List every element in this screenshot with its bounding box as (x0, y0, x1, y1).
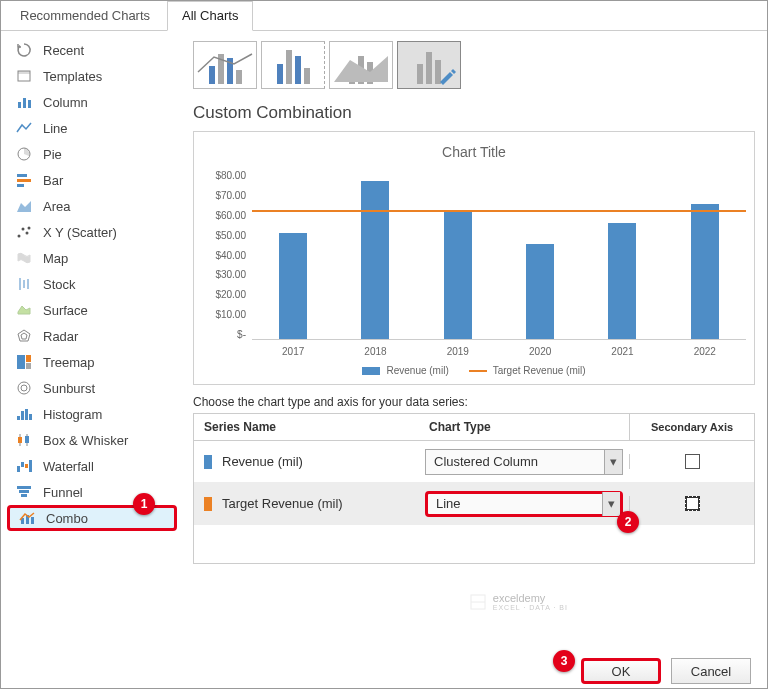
svg-rect-36 (17, 486, 31, 489)
preview-legend: Revenue (mil) Target Revenue (mil) (202, 365, 746, 376)
sidebar-item-templates[interactable]: Templates (1, 63, 183, 89)
tab-all-charts[interactable]: All Charts (167, 1, 253, 31)
svg-point-13 (28, 227, 31, 230)
sidebar-item-label: Stock (43, 277, 76, 292)
sidebar-item-label: Surface (43, 303, 88, 318)
surface-icon (15, 301, 33, 319)
combo-subtype-row (193, 41, 763, 89)
sidebar-item-bar[interactable]: Bar (1, 167, 183, 193)
sidebar-item-surface[interactable]: Surface (1, 297, 183, 323)
recent-icon (15, 41, 33, 59)
sidebar-item-label: Area (43, 199, 70, 214)
chart-preview: Chart Title $80.00$70.00$60.00$50.00$40.… (193, 131, 755, 385)
watermark-icon (469, 593, 487, 611)
tab-recommended-charts[interactable]: Recommended Charts (5, 1, 165, 30)
secondary-axis-checkbox-target[interactable] (685, 496, 700, 511)
combo-subtype-custom[interactable] (397, 41, 461, 89)
preview-plot-area (252, 170, 746, 340)
svg-point-22 (18, 382, 30, 394)
box-whisker-icon (15, 431, 33, 449)
svg-marker-42 (334, 56, 388, 82)
svg-rect-38 (21, 494, 27, 497)
svg-rect-6 (17, 174, 27, 177)
preview-y-axis: $80.00$70.00$60.00$50.00$40.00$30.00$20.… (202, 170, 252, 340)
sidebar-item-label: Recent (43, 43, 84, 58)
svg-point-10 (18, 235, 21, 238)
svg-rect-20 (26, 355, 31, 362)
sidebar-item-label: Templates (43, 69, 102, 84)
svg-rect-34 (25, 464, 28, 468)
series-name-label: Revenue (mil) (222, 454, 303, 469)
column-icon (15, 93, 33, 111)
preview-x-axis: 201720182019202020212022 (252, 340, 746, 357)
series-row-target: Target Revenue (mil) Line ▾ 2 (194, 483, 754, 525)
combo-subtype-3[interactable] (329, 41, 393, 89)
sidebar-item-sunburst[interactable]: Sunburst (1, 375, 183, 401)
sidebar-item-label: Bar (43, 173, 63, 188)
svg-rect-2 (18, 102, 21, 108)
dropdown-value: Line (436, 496, 461, 511)
sidebar-item-line[interactable]: Line (1, 115, 183, 141)
sidebar-item-box-whisker[interactable]: Box & Whisker (1, 427, 183, 453)
dialog-footer: 3 OK Cancel (1, 648, 767, 689)
sidebar-item-waterfall[interactable]: Waterfall (1, 453, 183, 479)
sidebar-item-label: Column (43, 95, 88, 110)
svg-rect-26 (25, 409, 28, 420)
secondary-axis-checkbox-revenue[interactable] (685, 454, 700, 469)
sidebar-item-label: Radar (43, 329, 78, 344)
sidebar-item-label: Histogram (43, 407, 102, 422)
chart-dialog-tabs: Recommended Charts All Charts (1, 1, 767, 31)
combo-subtype-1[interactable] (193, 41, 257, 89)
sidebar-item-scatter[interactable]: X Y (Scatter) (1, 219, 183, 245)
sidebar-item-radar[interactable]: Radar (1, 323, 183, 349)
pie-icon (15, 145, 33, 163)
svg-rect-4 (28, 100, 31, 108)
stock-icon (15, 275, 33, 293)
bar-icon (15, 171, 33, 189)
treemap-icon (15, 353, 33, 371)
legend-label: Revenue (mil) (386, 365, 448, 376)
sidebar-item-label: Combo (46, 511, 88, 526)
sidebar-item-label: X Y (Scatter) (43, 225, 117, 240)
series-head-type: Chart Type (419, 414, 629, 440)
chart-type-dropdown-revenue[interactable]: Clustered Column ▾ (425, 449, 623, 475)
sidebar-item-treemap[interactable]: Treemap (1, 349, 183, 375)
sidebar-item-area[interactable]: Area (1, 193, 183, 219)
svg-rect-31 (25, 436, 29, 443)
chart-type-dropdown-target[interactable]: Line ▾ (425, 491, 623, 517)
svg-rect-3 (23, 98, 26, 108)
sidebar-item-histogram[interactable]: Histogram (1, 401, 183, 427)
combo-heading: Custom Combination (193, 103, 763, 123)
sidebar-item-label: Box & Whisker (43, 433, 128, 448)
map-icon (15, 249, 33, 267)
sidebar-item-stock[interactable]: Stock (1, 271, 183, 297)
sidebar-item-column[interactable]: Column (1, 89, 183, 115)
series-instruction: Choose the chart type and axis for your … (193, 395, 763, 409)
annotation-callout-2: 2 (617, 511, 639, 533)
sidebar-item-map[interactable]: Map (1, 245, 183, 271)
sidebar-item-recent[interactable]: Recent (1, 37, 183, 63)
watermark: exceldemy EXCEL · DATA · BI (469, 592, 568, 611)
sidebar-item-pie[interactable]: Pie (1, 141, 183, 167)
svg-rect-19 (17, 355, 25, 369)
sunburst-icon (15, 379, 33, 397)
preview-chart-title: Chart Title (202, 144, 746, 160)
radar-icon (15, 327, 33, 345)
cancel-button[interactable]: Cancel (671, 658, 751, 684)
svg-rect-25 (21, 411, 24, 420)
annotation-callout-1: 1 (133, 493, 155, 515)
series-table: Series Name Chart Type Secondary Axis Re… (193, 413, 755, 564)
svg-point-12 (26, 232, 29, 235)
svg-rect-7 (17, 179, 31, 182)
sidebar-item-label: Pie (43, 147, 62, 162)
combo-subtype-2[interactable] (261, 41, 325, 89)
svg-rect-32 (17, 466, 20, 472)
sidebar-item-label: Treemap (43, 355, 95, 370)
svg-rect-33 (21, 462, 24, 467)
ok-button[interactable]: OK (581, 658, 661, 684)
series-name-label: Target Revenue (mil) (222, 496, 343, 511)
sidebar-item-funnel[interactable]: Funnel (1, 479, 183, 505)
svg-rect-37 (19, 490, 29, 493)
sidebar-item-label: Map (43, 251, 68, 266)
chevron-down-icon: ▾ (604, 450, 622, 474)
